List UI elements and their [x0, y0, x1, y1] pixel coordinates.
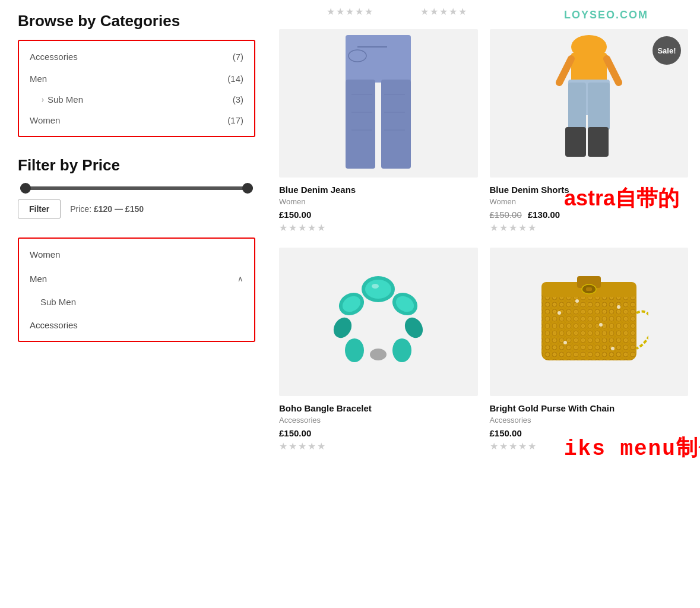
- star-5: ★: [528, 222, 536, 233]
- svg-rect-16: [565, 127, 586, 157]
- svg-rect-17: [588, 127, 609, 157]
- product-category-shorts: Women: [490, 197, 689, 206]
- star-3: ★: [346, 6, 354, 17]
- star-4: ★: [449, 6, 457, 17]
- star-5: ★: [365, 6, 373, 17]
- svg-point-41: [599, 323, 603, 327]
- product-card-jeans[interactable]: Blue Denim Jeans Women £150.00 ★ ★ ★ ★ ★: [279, 29, 478, 233]
- svg-point-25: [345, 338, 364, 362]
- filter-controls: Filter Price: £120 — £150: [18, 200, 255, 218]
- product-price-jeans: £150.00: [279, 210, 478, 220]
- product-original-price-shorts: £150.00: [490, 210, 522, 220]
- star-4: ★: [308, 222, 316, 233]
- star-2: ★: [289, 441, 297, 452]
- product-title-bracelet: Boho Bangle Bracelet: [279, 403, 478, 413]
- product-sale-price-shorts: £130.00: [528, 210, 560, 220]
- iks-menu-men[interactable]: Men ∧: [19, 267, 254, 291]
- iks-menu-accessories-label: Accessories: [30, 320, 78, 330]
- category-men[interactable]: Men (14): [19, 68, 254, 90]
- top-stars-right: ★ ★ ★ ★ ★: [420, 6, 467, 17]
- product-image-bracelet: [279, 248, 478, 396]
- purse-svg: [530, 265, 648, 378]
- svg-rect-15: [588, 83, 610, 130]
- star-5: ★: [317, 222, 325, 233]
- svg-rect-12: [571, 53, 607, 83]
- svg-point-40: [575, 299, 579, 303]
- star-4: ★: [518, 222, 527, 233]
- star-3: ★: [509, 222, 517, 233]
- product-price-shorts: £150.00 £130.00: [490, 210, 689, 220]
- svg-point-24: [330, 314, 355, 341]
- filter-by-price-title: Filter by Price: [18, 156, 255, 175]
- svg-rect-0: [346, 35, 411, 83]
- sidebar: Browse by Categories Accessories (7) Men…: [0, 0, 273, 608]
- product-image-purse: [490, 248, 689, 396]
- iks-menu-accessories[interactable]: Accessories: [19, 313, 254, 337]
- star-4: ★: [355, 6, 363, 17]
- category-sub-men-name: Sub Men: [47, 94, 83, 104]
- price-range-text: Price: £120 — £150: [70, 204, 144, 214]
- product-stars-bracelet: ★ ★ ★ ★ ★: [279, 441, 478, 452]
- category-women-count: (17): [227, 115, 243, 125]
- price-slider[interactable]: [20, 186, 253, 190]
- iks-menu-men-label: Men: [30, 274, 47, 284]
- svg-point-44: [611, 347, 615, 350]
- category-women-name: Women: [30, 115, 60, 125]
- shorts-svg: [536, 35, 642, 172]
- main-content: LOYSEO.COM astra自带的 iks menu制作的 ★ ★ ★ ★ …: [273, 0, 700, 608]
- filter-button[interactable]: Filter: [18, 200, 61, 218]
- product-price-purse-value: £150.00: [490, 428, 522, 438]
- star-2: ★: [430, 6, 438, 17]
- product-card-bracelet[interactable]: Boho Bangle Bracelet Accessories £150.00…: [279, 248, 478, 452]
- iks-menu-sub-men-label: Sub Men: [40, 297, 76, 307]
- sale-badge: Sale!: [653, 36, 681, 65]
- star-1: ★: [327, 6, 335, 17]
- category-accessories[interactable]: Accessories (7): [19, 46, 254, 68]
- svg-point-30: [370, 349, 387, 360]
- price-thumb-left[interactable]: [20, 183, 31, 194]
- top-stars-row: ★ ★ ★ ★ ★ ★ ★ ★ ★ ★: [279, 0, 688, 29]
- star-3: ★: [298, 441, 306, 452]
- categories-box: Accessories (7) Men (14) › Sub Men (3) W…: [18, 40, 255, 137]
- product-stars-shorts: ★ ★ ★ ★ ★: [490, 222, 689, 233]
- star-1: ★: [420, 6, 429, 17]
- star-1: ★: [490, 441, 498, 452]
- bracelet-svg: [319, 262, 438, 381]
- browse-categories-title: Browse by Categories: [18, 12, 255, 30]
- jeans-placeholder: [279, 29, 478, 178]
- price-slider-wrapper: [18, 186, 255, 190]
- star-1: ★: [279, 441, 287, 452]
- star-4: ★: [518, 441, 527, 452]
- svg-rect-1: [346, 80, 375, 169]
- star-3: ★: [439, 6, 448, 17]
- products-grid: Blue Denim Jeans Women £150.00 ★ ★ ★ ★ ★…: [279, 29, 688, 452]
- category-accessories-count: (7): [233, 52, 243, 62]
- product-card-purse[interactable]: Bright Gold Purse With Chain Accessories…: [490, 248, 689, 452]
- star-1: ★: [490, 222, 498, 233]
- product-price-bracelet-value: £150.00: [279, 428, 311, 438]
- star-3: ★: [509, 441, 517, 452]
- iks-menu-sub-men[interactable]: Sub Men: [19, 291, 254, 313]
- product-price-purse: £150.00: [490, 428, 689, 438]
- price-range-values: £120 — £150: [94, 204, 144, 214]
- star-2: ★: [499, 441, 508, 452]
- iks-menu-box: Women Men ∧ Sub Men Accessories: [18, 238, 255, 342]
- category-women[interactable]: Women (17): [19, 109, 254, 131]
- price-thumb-right[interactable]: [242, 183, 253, 194]
- price-range-label: Price:: [70, 204, 94, 214]
- product-title-purse: Bright Gold Purse With Chain: [490, 403, 689, 413]
- category-sub-men[interactable]: › Sub Men (3): [19, 90, 254, 109]
- category-sub-men-count: (3): [233, 94, 243, 104]
- jeans-svg: [340, 35, 417, 172]
- product-title-shorts: Blue Denim Shorts: [490, 185, 689, 195]
- category-men-name: Men: [30, 74, 47, 84]
- iks-menu-women[interactable]: Women: [19, 242, 254, 267]
- star-4: ★: [308, 441, 316, 452]
- star-1: ★: [279, 222, 287, 233]
- product-stars-purse: ★ ★ ★ ★ ★: [490, 441, 689, 452]
- svg-point-39: [558, 311, 561, 315]
- star-5: ★: [458, 6, 467, 17]
- product-category-purse: Accessories: [490, 416, 689, 425]
- svg-rect-2: [381, 80, 411, 169]
- product-card-shorts[interactable]: Sale!: [490, 29, 689, 233]
